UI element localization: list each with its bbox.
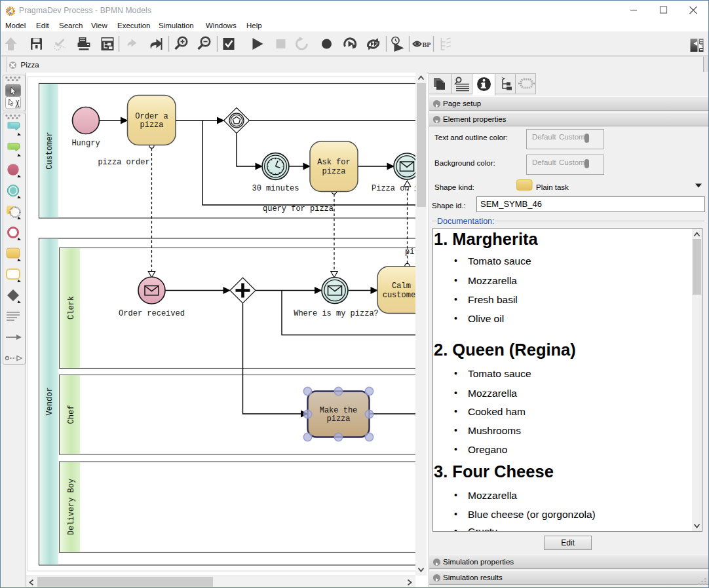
svg-text:30 minutes: 30 minutes [252, 184, 299, 193]
svg-text:Where is my pizza?: Where is my pizza? [294, 309, 379, 318]
svg-text:Pizza on it: Pizza on it [372, 184, 415, 193]
svg-text:pizza order: pizza order [98, 158, 149, 167]
svg-text:Ask for: Ask for [317, 158, 350, 167]
svg-text:Chef: Chef [67, 405, 76, 424]
svg-text:Order received: Order received [119, 309, 185, 318]
svg-text:Calm: Calm [392, 282, 411, 291]
svg-text:pizza: pizza [326, 414, 350, 424]
svg-text:BP: BP [422, 41, 431, 48]
svg-text:Order a: Order a [135, 112, 168, 121]
svg-text:customer: customer [383, 291, 415, 300]
svg-text:pizza: pizza [140, 120, 163, 130]
svg-text:pizza: pizza [322, 167, 345, 176]
svg-text:Hungry: Hungry [71, 139, 100, 148]
svg-text:Delivery Boy: Delivery Boy [67, 479, 76, 535]
svg-text:Customer: Customer [45, 132, 54, 170]
svg-text:Clerk: Clerk [67, 296, 76, 320]
svg-text:Vendor: Vendor [45, 387, 54, 415]
svg-text:query for pizza: query for pizza [263, 204, 334, 213]
svg-text:pi: pi [405, 248, 414, 257]
svg-text:Make the: Make the [320, 406, 358, 415]
